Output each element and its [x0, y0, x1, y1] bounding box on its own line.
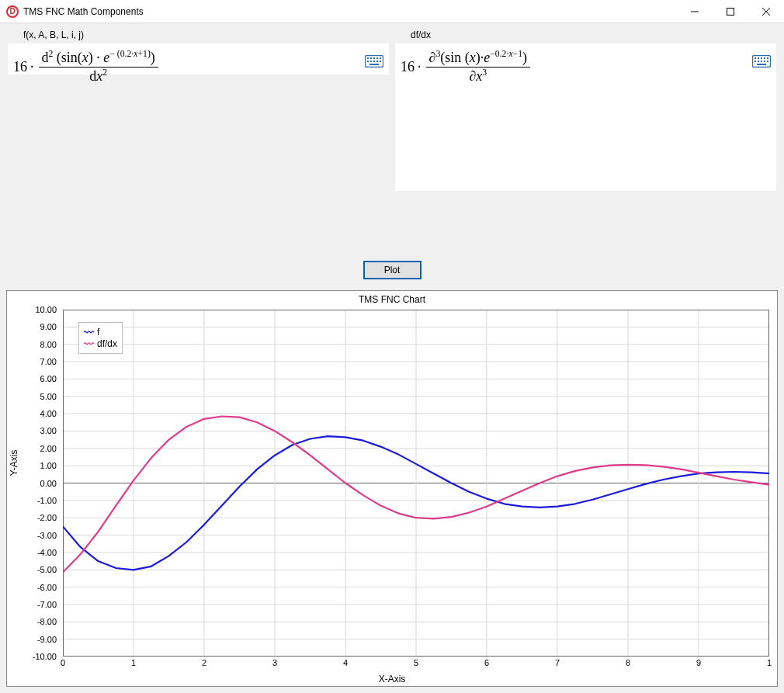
y-tick: 0.00 [40, 479, 57, 488]
y-tick: 1.00 [40, 461, 57, 470]
y-tick: 5.00 [40, 392, 57, 401]
svg-rect-22 [764, 61, 765, 62]
svg-rect-10 [376, 61, 378, 62]
y-tick: 2.00 [40, 444, 57, 453]
svg-rect-18 [767, 57, 768, 59]
y-tick: 6.00 [40, 374, 57, 383]
x-tick: 9 [696, 658, 701, 667]
fraction: ∂3(sin (x)·e−0.2·x−1) ∂x3 [426, 49, 531, 85]
x-tick: 5 [414, 658, 418, 667]
svg-rect-7 [367, 61, 369, 62]
svg-rect-6 [380, 57, 381, 59]
x-tick: 1 [131, 658, 136, 667]
svg-rect-21 [761, 61, 762, 62]
svg-rect-24 [757, 64, 766, 65]
svg-rect-15 [758, 57, 759, 59]
x-tick: 6 [484, 658, 489, 667]
close-button[interactable] [748, 0, 784, 23]
x-tick: 8 [626, 658, 630, 667]
y-tick: -2.00 [37, 513, 57, 522]
y-tick: 7.00 [40, 357, 57, 366]
svg-rect-5 [376, 57, 378, 59]
keyboard-icon[interactable] [365, 55, 383, 71]
formula-left-label: f(x, A, B, L, i, j) [8, 28, 389, 43]
plot-button[interactable]: Plot [363, 261, 421, 279]
chart-panel: TMS FNC Chart Y-Axis X-Axis -10.00-9.00-… [6, 290, 778, 687]
y-tick: -6.00 [37, 583, 57, 592]
y-tick: 3.00 [40, 426, 57, 435]
y-tick: -1.00 [37, 496, 57, 505]
legend-item-f: 〰 f [84, 327, 117, 338]
plot-area[interactable]: 〰 f 〰 df/dx [63, 310, 769, 657]
y-axis-ticks: -10.00-9.00-8.00-7.00-6.00-5.00-4.00-3.0… [29, 310, 60, 657]
svg-rect-14 [755, 57, 756, 59]
svg-rect-17 [764, 57, 765, 59]
x-tick: 3 [272, 658, 277, 667]
x-tick: 7 [555, 658, 560, 667]
formula-right-input[interactable]: 16 · ∂3(sin (x)·e−0.2·x−1) ∂x3 [395, 43, 776, 191]
formula-right-label: df/dx [395, 28, 776, 43]
title-bar: D TMS FNC Math Components [0, 0, 784, 23]
x-axis-ticks: 01234567891 [63, 658, 769, 670]
app-icon: D [6, 5, 19, 18]
coef: 16 [13, 59, 27, 75]
svg-rect-0 [727, 8, 734, 15]
y-tick: -5.00 [37, 565, 57, 574]
svg-rect-20 [758, 61, 759, 62]
y-tick: -4.00 [37, 548, 57, 557]
x-tick: 0 [61, 658, 65, 667]
y-tick: 10.00 [35, 305, 57, 314]
fraction: d2 (sin(x) · e− (0.2·x+1)) dx2 [39, 49, 158, 85]
svg-rect-11 [380, 61, 381, 62]
x-tick: 2 [202, 658, 206, 667]
svg-rect-3 [370, 57, 372, 59]
y-tick: -3.00 [37, 531, 57, 540]
svg-rect-19 [755, 61, 756, 62]
svg-rect-16 [761, 57, 762, 59]
y-tick: 4.00 [40, 409, 57, 418]
y-tick: 9.00 [40, 322, 57, 331]
y-tick: -8.00 [37, 617, 57, 626]
legend-item-dfdx: 〰 df/dx [84, 338, 117, 349]
formula-left-input[interactable]: 16 · d2 (sin(x) · e− (0.2·x+1)) dx2 [8, 43, 389, 74]
svg-rect-4 [373, 57, 375, 59]
chart-title: TMS FNC Chart [7, 294, 777, 305]
svg-rect-9 [373, 61, 375, 62]
y-tick: -9.00 [37, 635, 57, 644]
svg-rect-2 [367, 57, 369, 59]
x-tick: 1 [767, 658, 772, 667]
svg-rect-8 [370, 61, 372, 62]
svg-rect-12 [369, 64, 379, 65]
minimize-button[interactable] [677, 0, 713, 23]
y-tick: 8.00 [40, 340, 57, 349]
x-axis-label: X-Axis [7, 674, 777, 684]
wave-icon: 〰 [84, 339, 94, 349]
chart-legend: 〰 f 〰 df/dx [78, 322, 123, 354]
keyboard-icon[interactable] [752, 55, 771, 71]
y-tick: -7.00 [37, 600, 57, 609]
wave-icon: 〰 [84, 327, 94, 338]
svg-rect-23 [767, 61, 768, 62]
coef: 16 [401, 59, 415, 75]
window-title: TMS FNC Math Components [23, 6, 144, 17]
y-axis-label: Y-Axis [9, 449, 19, 476]
x-tick: 4 [343, 658, 348, 667]
maximize-button[interactable] [713, 0, 748, 23]
y-tick: -10.00 [33, 652, 57, 661]
